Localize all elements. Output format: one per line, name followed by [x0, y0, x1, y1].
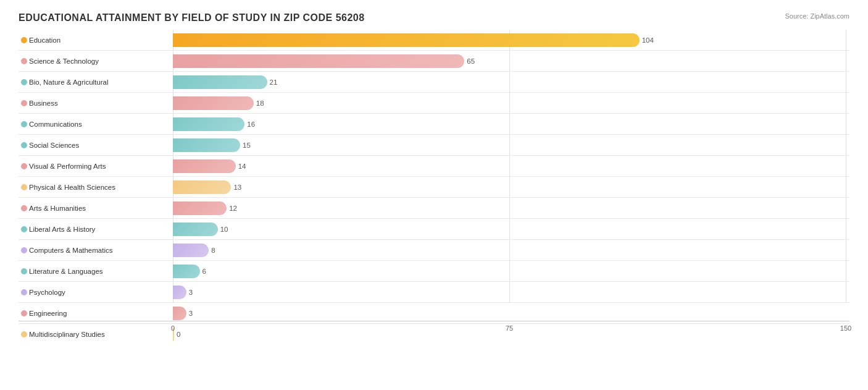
bar-row: Communications16	[19, 114, 849, 135]
bar-row: Education104	[19, 30, 849, 51]
bar-dot	[21, 79, 27, 85]
bar-dot	[21, 163, 27, 169]
bar-wrapper: 21	[173, 72, 849, 92]
bar-row: Computers & Mathematics8	[19, 240, 849, 261]
bar-dot	[21, 121, 27, 127]
bar-fill	[173, 307, 186, 320]
bar-label-area: Visual & Performing Arts	[19, 163, 173, 170]
bar-row: Literature & Languages6	[19, 261, 849, 282]
bar-value-label: 6	[202, 268, 206, 275]
bar-label-area: Arts & Humanities	[19, 205, 173, 212]
bar-label-text: Visual & Performing Arts	[29, 163, 106, 170]
bar-dot	[21, 142, 27, 148]
bar-wrapper: 6	[173, 261, 849, 281]
bar-dot	[21, 205, 27, 211]
bar-row: Physical & Health Sciences13	[19, 177, 849, 198]
bar-label-area: Psychology	[19, 289, 173, 296]
bar-label-area: Social Sciences	[19, 142, 173, 149]
bar-fill	[173, 96, 254, 110]
bar-fill	[173, 265, 200, 278]
bar-row: Arts & Humanities12	[19, 198, 849, 219]
bar-label-text: Science & Technology	[29, 57, 99, 65]
bar-label-text: Business	[29, 100, 58, 107]
bar-wrapper: 65	[173, 51, 849, 71]
chart-area: Education104Science & Technology65Bio, N…	[19, 30, 849, 339]
bar-value-label: 65	[467, 57, 475, 65]
source-text: Source: ZipAtlas.com	[785, 12, 849, 20]
bar-label-area: Science & Technology	[19, 57, 173, 65]
bar-label-text: Engineering	[29, 310, 67, 317]
bar-row: Psychology3	[19, 282, 849, 303]
bar-fill	[173, 159, 236, 173]
bar-dot	[21, 268, 27, 274]
bar-fill	[173, 33, 640, 47]
bar-value-label: 16	[247, 121, 255, 128]
bar-fill	[173, 244, 209, 257]
bar-dot	[21, 310, 27, 316]
bar-value-label: 13	[233, 184, 241, 191]
bar-dot	[21, 58, 27, 64]
bar-label-text: Literature & Languages	[29, 268, 103, 275]
bar-label-area: Literature & Languages	[19, 268, 173, 275]
chart-container: EDUCATIONAL ATTAINMENT BY FIELD OF STUDY…	[0, 0, 868, 390]
bar-fill	[173, 54, 464, 68]
bar-label-text: Arts & Humanities	[29, 205, 86, 212]
bar-label-area: Communications	[19, 121, 173, 128]
bars-section: Education104Science & Technology65Bio, N…	[19, 30, 849, 321]
bar-wrapper: 16	[173, 114, 849, 134]
bar-value-label: 10	[220, 226, 228, 233]
bar-value-label: 12	[229, 205, 237, 212]
bar-value-label: 3	[189, 310, 193, 317]
bar-fill	[173, 180, 231, 194]
bar-value-label: 8	[211, 247, 215, 254]
bar-row: Science & Technology65	[19, 51, 849, 72]
bar-label-area: Liberal Arts & History	[19, 226, 173, 233]
bar-fill	[173, 138, 240, 152]
bar-row: Business18	[19, 93, 849, 114]
bar-wrapper: 14	[173, 156, 849, 176]
bar-label-text: Bio, Nature & Agricultural	[29, 78, 108, 86]
bar-label-area: Computers & Mathematics	[19, 247, 173, 254]
x-tick-label: 75	[506, 324, 513, 332]
bar-wrapper: 3	[173, 282, 849, 302]
bar-row: Bio, Nature & Agricultural21	[19, 72, 849, 93]
bar-label-text: Education	[29, 36, 61, 44]
bar-label-text: Psychology	[29, 289, 65, 296]
bar-wrapper: 8	[173, 240, 849, 260]
bar-fill	[173, 286, 186, 299]
bar-wrapper: 13	[173, 177, 849, 197]
bar-fill	[173, 223, 218, 236]
bar-dot	[21, 37, 27, 43]
x-tick-label: 0	[171, 324, 175, 332]
bar-label-text: Social Sciences	[29, 142, 79, 149]
bar-fill	[173, 75, 267, 89]
bar-wrapper: 104	[173, 30, 849, 50]
bar-row: Liberal Arts & History10	[19, 219, 849, 240]
bar-label-area: Bio, Nature & Agricultural	[19, 78, 173, 86]
bar-value-label: 3	[189, 289, 193, 296]
bar-row: Social Sciences15	[19, 135, 849, 156]
bar-label-area: Business	[19, 100, 173, 107]
bar-label-text: Computers & Mathematics	[29, 247, 113, 254]
bar-dot	[21, 100, 27, 106]
bar-dot	[21, 289, 27, 295]
x-tick-label: 150	[840, 324, 851, 332]
bar-value-label: 104	[642, 36, 654, 44]
bar-label-text: Communications	[29, 121, 82, 128]
bar-label-area: Education	[19, 36, 173, 44]
bar-label-area: Engineering	[19, 310, 173, 317]
bar-wrapper: 18	[173, 93, 849, 113]
bar-value-label: 21	[270, 78, 278, 86]
bar-label-area: Physical & Health Sciences	[19, 184, 173, 191]
bar-dot	[21, 226, 27, 232]
bar-row: Visual & Performing Arts14	[19, 156, 849, 177]
bar-wrapper: 10	[173, 219, 849, 239]
bar-value-label: 18	[256, 100, 264, 107]
bar-value-label: 15	[243, 142, 251, 149]
bar-value-label: 14	[238, 163, 246, 170]
x-axis: 075150	[19, 321, 849, 339]
bar-fill	[173, 201, 227, 215]
chart-title: EDUCATIONAL ATTAINMENT BY FIELD OF STUDY…	[19, 12, 849, 23]
bar-wrapper: 12	[173, 198, 849, 218]
bar-fill	[173, 117, 244, 131]
